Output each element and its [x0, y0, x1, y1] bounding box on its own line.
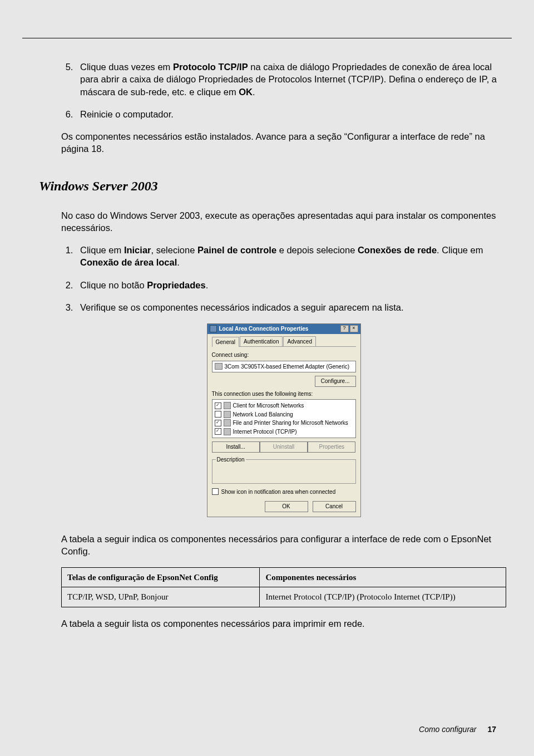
install-button[interactable]: Install...: [212, 441, 260, 453]
section-heading: Windows Server 2003: [39, 179, 512, 194]
ok-button[interactable]: OK: [265, 501, 308, 512]
list-item[interactable]: ✓ File and Printer Sharing for Microsoft…: [215, 419, 353, 428]
dialog-wrap: Local Area Connection Properties ? × Gen…: [61, 323, 506, 517]
step-ws-3: Verifique se os componentes necessários …: [76, 301, 506, 313]
item-label: File and Printer Sharing for Microsoft N…: [233, 419, 348, 427]
t: Verifique se os componentes necessários …: [80, 302, 404, 312]
show-icon-label: Show icon in notification area when conn…: [221, 488, 336, 496]
b: Painel de controle: [197, 245, 276, 255]
client-icon: [224, 402, 231, 409]
cancel-button[interactable]: Cancel: [313, 501, 356, 512]
section-intro: No caso do Windows Server 2003, execute …: [61, 209, 506, 234]
checkbox-icon[interactable]: ✓: [215, 402, 221, 409]
item-label: Client for Microsoft Networks: [233, 402, 304, 410]
uninstall-button[interactable]: Uninstall: [260, 441, 308, 453]
tab-authentication[interactable]: Authentication: [240, 336, 283, 347]
item-label: Internet Protocol (TCP/IP): [233, 428, 297, 436]
connect-using-label: Connect using:: [212, 351, 356, 359]
para-after-top: Os componentes necessários estão instala…: [61, 130, 506, 155]
text: Clique duas vezes em: [80, 62, 173, 72]
b: Conexão de área local: [80, 257, 177, 267]
para-after-table1: A tabela a seguir lista os componentes n…: [61, 617, 506, 630]
b: Conexões de rede: [358, 245, 437, 255]
b: Propriedades: [147, 280, 205, 290]
service-icon: [224, 419, 231, 426]
text: Reinicie o computador.: [80, 109, 174, 119]
list-item[interactable]: Network Load Balancing: [215, 410, 353, 419]
footer: Como configurar 17: [419, 725, 496, 734]
checkbox-icon[interactable]: [215, 411, 221, 418]
step-6: Reinicie o computador.: [76, 108, 506, 120]
bold: Protocolo TCP/IP: [173, 62, 248, 72]
steps-ws: Clique em Iniciar, selecione Painel de c…: [61, 244, 506, 313]
item-label: Network Load Balancing: [233, 411, 293, 419]
description-group: Description: [212, 456, 356, 484]
tab-general[interactable]: General: [212, 337, 240, 347]
titlebar: Local Area Connection Properties ? ×: [207, 324, 360, 334]
items-listbox[interactable]: ✓ Client for Microsoft Networks Network …: [212, 399, 356, 438]
adapter-field: 3Com 3C905TX-based Ethernet Adapter (Gen…: [212, 361, 356, 373]
checkbox-icon[interactable]: ✓: [215, 428, 221, 435]
checkbox-icon[interactable]: [212, 488, 219, 495]
components-table-1: Telas de configuração de EpsonNet Config…: [61, 567, 506, 607]
steps-top: Clique duas vezes em Protocolo TCP/IP na…: [61, 61, 506, 120]
adapter-name: 3Com 3C905TX-based Ethernet Adapter (Gen…: [225, 363, 350, 371]
network-icon: [210, 325, 217, 332]
t: .: [206, 280, 209, 290]
tabs: General Authentication Advanced: [212, 336, 356, 347]
service-icon: [224, 411, 231, 418]
close-button[interactable]: ×: [350, 325, 358, 332]
t: Clique em: [80, 245, 124, 255]
configure-button[interactable]: Configure...: [315, 376, 356, 387]
table-row: TCP/IP, WSD, UPnP, Bonjour Internet Prot…: [62, 587, 506, 607]
adapter-icon: [215, 363, 222, 370]
text: .: [253, 87, 255, 97]
t: Clique no botão: [80, 280, 147, 290]
list-item[interactable]: ✓ Internet Protocol (TCP/IP): [215, 428, 353, 436]
help-button[interactable]: ?: [340, 325, 349, 332]
items-label: This connection uses the following items…: [212, 390, 356, 398]
t: e depois selecione: [276, 245, 358, 255]
footer-page: 17: [487, 725, 496, 734]
dialog-title: Local Area Connection Properties: [219, 325, 309, 333]
step-ws-1: Clique em Iniciar, selecione Painel de c…: [76, 244, 506, 269]
table-header: Telas de configuração de EpsonNet Config: [62, 568, 260, 587]
checkbox-icon[interactable]: ✓: [215, 420, 221, 426]
tab-advanced[interactable]: Advanced: [283, 336, 315, 347]
show-icon-row[interactable]: Show icon in notification area when conn…: [212, 488, 356, 496]
b: Iniciar: [124, 245, 151, 255]
step-ws-2: Clique no botão Propriedades.: [76, 279, 506, 291]
lan-properties-dialog: Local Area Connection Properties ? × Gen…: [207, 323, 361, 517]
table-cell: TCP/IP, WSD, UPnP, Bonjour: [62, 587, 260, 607]
top-rule: [22, 38, 512, 38]
t: , selecione: [151, 245, 197, 255]
para-after-dialog: A tabela a seguir indica os componentes …: [61, 533, 506, 558]
bold: OK: [239, 87, 253, 97]
protocol-icon: [224, 428, 231, 435]
footer-section: Como configurar: [419, 725, 477, 734]
table-header: Componentes necessários: [260, 568, 506, 587]
table-cell: Internet Protocol (TCP/IP) (Protocolo In…: [260, 587, 506, 607]
step-5: Clique duas vezes em Protocolo TCP/IP na…: [76, 61, 506, 98]
properties-button[interactable]: Properties: [308, 441, 355, 453]
t: .: [177, 257, 180, 267]
t: . Clique em: [437, 245, 483, 255]
description-label: Description: [216, 456, 246, 464]
list-item[interactable]: ✓ Client for Microsoft Networks: [215, 401, 353, 410]
